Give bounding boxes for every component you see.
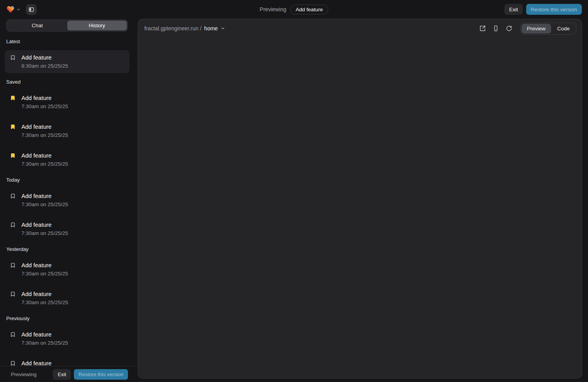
version-item-timestamp: 7:30am on 25/25/25 [21,339,68,347]
refresh-button[interactable] [503,23,515,34]
topbar-status: Previewing Add feature [260,0,328,19]
version-item-timestamp: 7:30am on 25/25/25 [21,298,68,307]
version-item-text: Add feature7:30am on 25/25/25 [21,220,68,238]
version-item[interactable]: Add feature7:30am on 25/25/25 [5,91,130,114]
open-in-new-tab-button[interactable] [477,23,488,34]
preview-header: fractal.gptengineer.run / home [138,19,582,38]
version-item-text: Add feature7:30am on 25/25/25 [21,261,68,278]
url-page: home [204,25,218,32]
url-chevron-down-icon [220,26,225,31]
bookmark-outline-icon [10,193,16,199]
sidebar-tabs: ChatHistory [6,19,128,32]
version-item[interactable]: Add feature7:30am on 25/25/25 [5,258,130,281]
section-saved: SavedAdd feature7:30am on 25/25/25Add fe… [0,79,134,171]
version-item-title: Add feature [21,122,68,131]
mobile-preview-button[interactable] [490,23,502,34]
section-today: TodayAdd feature7:30am on 25/25/25Add fe… [0,177,134,240]
version-item-timestamp: 7:30am on 25/25/25 [21,160,68,168]
bookmark-outline-icon [10,222,16,228]
footer-restore-version-button[interactable]: Restore this version [74,369,128,380]
sidebar-footer: Previewing Exit Restore this version [0,366,134,382]
version-item[interactable]: Add feature7:30am on 25/25/25 [5,119,130,142]
topbar-left [6,4,37,15]
sidebar-toggle-button[interactable] [26,4,37,15]
topbar: Previewing Add feature Exit Restore this… [0,0,588,19]
preview-actions: PreviewCode [477,23,576,35]
version-item-title: Add feature [21,151,68,160]
bookmark-filled-icon [10,152,16,159]
footer-previewing-label: Previewing [11,371,37,377]
section-label: Yesterday [6,246,128,252]
version-item[interactable]: Add feature7:30am on 25/25/25 [5,217,130,240]
chevron-down-icon [16,7,21,12]
bookmark-outline-icon [10,262,16,268]
version-item-text: Add feature7:30am on 25/25/25 [21,93,68,111]
version-item[interactable]: Add feature8:30am on 25/25/25 [5,50,130,73]
version-badge: Add feature [290,5,328,14]
section-label: Today [6,177,128,183]
tab-history[interactable]: History [67,21,127,30]
section-previously: PreviouslyAdd feature7:30am on 25/25/25A… [0,315,134,366]
url-prefix: fractal.gptengineer.run / [144,25,201,32]
version-item-title: Add feature [21,261,68,270]
project-menu-button[interactable] [6,5,21,13]
section-label: Previously [6,315,128,321]
section-yesterday: YesterdayAdd feature7:30am on 25/25/25Ad… [0,246,134,310]
bookmark-filled-icon [10,95,16,101]
restore-version-button[interactable]: Restore this version [526,4,582,15]
exit-button[interactable]: Exit [504,4,523,15]
preview-area: fractal.gptengineer.run / home [134,19,588,382]
footer-exit-button[interactable]: Exit [53,369,71,380]
version-item-text: Add feature7:30am on 25/25/25 [21,191,68,209]
panel-left-icon [28,7,34,12]
version-item-timestamp: 7:30am on 25/25/25 [21,270,68,278]
tab-chat[interactable]: Chat [7,21,67,30]
version-item-title: Add feature [21,93,68,102]
version-item-title: Add feature [21,220,68,229]
version-item-text: Add feature7:30am on 25/25/25 [21,289,68,307]
version-item-timestamp: 7:30am on 25/25/25 [21,229,68,238]
section-label: Latest [6,39,128,44]
version-item-title: Add feature [21,53,68,62]
version-item-text: Add feature7:30am on 25/25/25 [21,151,68,168]
section-label: Saved [6,79,128,85]
lovable-heart-icon [6,5,15,13]
version-item[interactable]: Add feature7:30am on 25/25/25 [5,148,130,171]
version-item-title: Add feature [21,359,68,366]
version-item-text: Add feature7:30am on 25/25/25 [21,359,68,366]
version-item[interactable]: Add feature7:30am on 25/25/25 [5,327,130,350]
topbar-actions: Exit Restore this version [504,4,582,15]
version-list: LatestAdd feature8:30am on 25/25/25Saved… [0,35,134,366]
open-in-new-tab-icon [480,25,486,32]
version-item[interactable]: Add feature7:30am on 25/25/25 [5,356,130,366]
version-item-timestamp: 7:30am on 25/25/25 [21,200,68,209]
version-item-text: Add feature7:30am on 25/25/25 [21,330,68,347]
version-item-text: Add feature8:30am on 25/25/25 [21,53,68,70]
previewing-label: Previewing [260,6,286,12]
section-latest: LatestAdd feature8:30am on 25/25/25 [0,39,134,73]
view-tab-code[interactable]: Code [552,24,575,33]
url-breadcrumb[interactable]: fractal.gptengineer.run / home [144,25,225,32]
history-sidebar: ChatHistory LatestAdd feature8:30am on 2… [0,19,134,382]
bookmark-outline-icon [10,291,16,297]
main-layout: ChatHistory LatestAdd feature8:30am on 2… [0,19,588,382]
version-item-text: Add feature7:30am on 25/25/25 [21,122,68,140]
mobile-preview-icon [493,25,499,32]
footer-actions: Exit Restore this version [53,369,128,380]
view-mode-switch: PreviewCode [520,23,576,35]
refresh-icon [506,25,512,32]
bookmark-filled-icon [10,124,16,130]
bookmark-outline-icon [10,360,16,366]
preview-content [138,38,582,378]
preview-panel: fractal.gptengineer.run / home [138,19,582,378]
version-item-title: Add feature [21,330,68,339]
bookmark-outline-icon [10,54,16,61]
version-item-title: Add feature [21,289,68,298]
version-item-timestamp: 7:30am on 25/25/25 [21,131,68,140]
view-tab-preview[interactable]: Preview [522,24,551,33]
bookmark-outline-icon [10,331,16,338]
version-item[interactable]: Add feature7:30am on 25/25/25 [5,287,130,310]
version-item[interactable]: Add feature7:30am on 25/25/25 [5,189,130,212]
version-item-timestamp: 7:30am on 25/25/25 [21,102,68,111]
version-item-timestamp: 8:30am on 25/25/25 [21,62,68,70]
